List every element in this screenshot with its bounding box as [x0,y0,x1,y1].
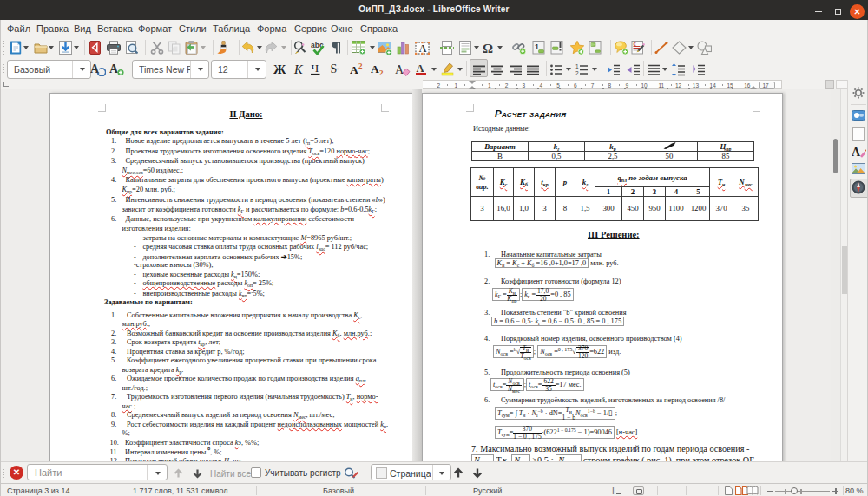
svg-text:2: 2 [575,70,579,76]
svg-text:A: A [395,63,404,76]
svg-text:Ж: Ж [273,62,286,76]
svg-text:1: 1 [535,42,539,51]
svg-text:Ч: Ч [312,62,319,75]
svg-text:2: 2 [379,69,384,76]
svg-text:A: A [419,42,427,55]
svg-text:A: A [417,62,424,75]
svg-text:1: 1 [575,63,579,69]
svg-text:A: A [109,62,119,75]
svg-text:A: A [350,63,358,76]
svg-text:A: A [371,62,379,75]
svg-text:A: A [852,146,861,159]
svg-text:К: К [293,62,304,76]
svg-text:2: 2 [358,62,363,70]
svg-text:Ω: Ω [483,42,493,55]
